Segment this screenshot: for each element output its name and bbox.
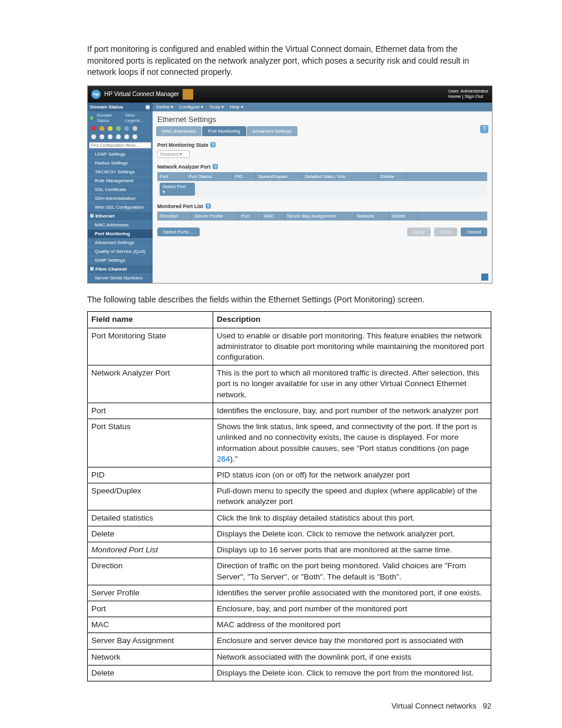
nav-item[interactable]: Server Serial Numbers <box>88 274 153 282</box>
field-desc-cell: Click the link to display detailed stati… <box>213 510 491 526</box>
help-badge-icon[interactable]: ? <box>206 203 211 209</box>
status-filter-icon[interactable] <box>100 126 104 131</box>
cancel-button[interactable]: Cancel <box>461 228 487 236</box>
nav-item[interactable]: TACACS+ Settings <box>88 167 153 176</box>
tab[interactable]: MAC Addresses <box>156 126 201 136</box>
table-row: NetworkNetwork associated with the downl… <box>88 649 491 665</box>
table-row: Port StatusShows the link status, link s… <box>88 419 491 467</box>
nav-item[interactable]: LDAP Settings <box>88 150 153 159</box>
domain-status-text: Domain Status <box>97 113 121 123</box>
nav-item[interactable]: Port Monitoring <box>88 229 153 238</box>
status-error-icon[interactable] <box>91 126 96 131</box>
field-name-cell: Server Profile <box>88 585 213 601</box>
nav-item[interactable]: Role Management <box>88 176 153 185</box>
sidebar-domain-head[interactable]: Domain Status▣ <box>88 103 153 111</box>
domain-status-row[interactable]: Domain Status View Legend... <box>88 111 153 124</box>
nav-item[interactable]: Radius Settings <box>88 159 153 167</box>
nav-section[interactable]: Connections <box>88 282 153 283</box>
status-unknown-icon[interactable] <box>133 126 137 131</box>
th-desc: Description <box>213 312 491 328</box>
view-legend-link[interactable]: View Legend... <box>125 113 150 123</box>
nap-label: Network Analyzer Port? <box>157 164 487 170</box>
nav-item[interactable]: SSL Certificate <box>88 185 153 194</box>
find-input[interactable] <box>89 142 151 149</box>
menu-item[interactable]: Define ▾ <box>156 104 173 110</box>
tab[interactable]: Advanced Settings <box>247 126 298 136</box>
nav-item[interactable]: Web SSL Configuration <box>88 203 153 212</box>
hp-logo-icon: hp <box>91 90 101 99</box>
field-name-cell: Port Monitoring State <box>88 328 213 365</box>
nav-section[interactable]: Fibre Channel <box>88 265 153 274</box>
nav-item[interactable]: IGMP Settings <box>88 256 153 265</box>
select-port-dropdown[interactable]: Select Port ▾ <box>160 183 195 196</box>
page-title: Ethernet Settings <box>153 111 492 126</box>
resize-icon[interactable] <box>481 274 488 281</box>
nav-item[interactable]: MAC Addresses <box>88 220 153 229</box>
nav-item[interactable]: Quality of Service (QoS) <box>88 247 153 256</box>
field-desc-cell: Pull-down menu to specify the speed and … <box>213 483 491 510</box>
clear-button[interactable]: Clear <box>434 228 457 236</box>
field-desc-cell: Used to enable or disable port monitorin… <box>213 328 491 365</box>
count-dot <box>116 134 121 139</box>
status-info-icon[interactable] <box>124 126 129 131</box>
table-row: Port Monitoring StateUsed to enable or d… <box>88 328 491 365</box>
select-ports-button[interactable]: Select Ports ... <box>157 228 200 236</box>
nav-list: LDAP SettingsRadius SettingsTACACS+ Sett… <box>88 150 153 283</box>
menu-item[interactable]: Help ▾ <box>230 104 243 110</box>
field-desc-cell: PID status icon (on or off) for the netw… <box>213 467 491 483</box>
col-header: PID <box>233 172 256 181</box>
nav-item[interactable]: SSH Administration <box>88 194 153 203</box>
footer-page: 92 <box>483 701 491 710</box>
table-row: Server ProfileIdentifies the server prof… <box>88 585 491 601</box>
status-ok-icon <box>90 116 93 120</box>
nav-item-label: SSL Certificate <box>95 187 126 192</box>
nav-item-label: Radius Settings <box>95 160 128 166</box>
field-desc-cell: Direction of traffic on the port being m… <box>213 558 491 585</box>
field-desc-cell: Network associated with the downlink por… <box>213 649 491 665</box>
field-name-cell: Network <box>88 649 213 665</box>
table-row: MACMAC address of the monitored port <box>88 617 491 633</box>
menu-item[interactable]: Tools ▾ <box>209 104 224 110</box>
nav-item[interactable]: Advanced Settings <box>88 238 153 247</box>
square-icon <box>90 214 94 218</box>
collapse-icon[interactable]: ▣ <box>146 104 150 110</box>
help-icon[interactable]: ? <box>480 125 488 133</box>
status-count-row <box>88 133 153 141</box>
menu-item[interactable]: Configure ▾ <box>179 104 203 110</box>
count-dot <box>108 134 113 139</box>
table-row: DeleteDisplays the Delete icon. Click to… <box>88 526 491 542</box>
user-block: User: Administrator Home | Sign Out <box>448 89 488 100</box>
table-row: Detailed statisticsClick the link to dis… <box>88 510 491 526</box>
col-header: Port <box>157 172 186 181</box>
nav-section[interactable]: Ethernet <box>88 212 153 220</box>
home-icon[interactable] <box>183 89 193 100</box>
count-dot <box>91 134 96 139</box>
count-dot <box>100 134 104 139</box>
field-desc-cell: This is the port to which all monitored … <box>213 365 491 403</box>
signout-line[interactable]: Home | Sign Out <box>448 94 488 100</box>
pm-state-select[interactable]: Disabled ▾ <box>157 150 190 158</box>
count-dot <box>124 134 129 139</box>
field-name-cell: Port <box>88 601 213 617</box>
app-title: HP Virtual Connect Manager <box>104 91 179 97</box>
page-link[interactable]: 264 <box>217 454 230 463</box>
square-icon <box>90 267 94 271</box>
menubar: Define ▾Configure ▾Tools ▾Help ▾ <box>153 103 492 111</box>
status-warn-icon[interactable] <box>108 126 113 131</box>
status-ok2-icon[interactable] <box>116 126 121 131</box>
col-header: Delete <box>378 172 407 181</box>
domain-status-label: Domain Status <box>90 104 123 110</box>
field-name-cell: Server Bay Assignment <box>88 633 213 649</box>
help-badge-icon[interactable]: ? <box>210 142 216 147</box>
tab[interactable]: Port Monitoring <box>202 126 246 136</box>
col-header: Server Profile <box>192 212 239 220</box>
app-titlebar: hp HP Virtual Connect Manager User: Admi… <box>88 86 492 103</box>
apply-button[interactable]: Apply <box>407 228 431 236</box>
col-header: Network <box>355 212 389 220</box>
col-header: Delete <box>389 212 418 220</box>
field-name-cell: Delete <box>88 526 213 542</box>
help-badge-icon[interactable]: ? <box>213 164 218 169</box>
field-desc-cell: MAC address of the monitored port <box>213 617 491 633</box>
col-header: Server Bay Assignment <box>285 212 355 220</box>
field-name-cell: Speed/Duplex <box>88 483 213 510</box>
